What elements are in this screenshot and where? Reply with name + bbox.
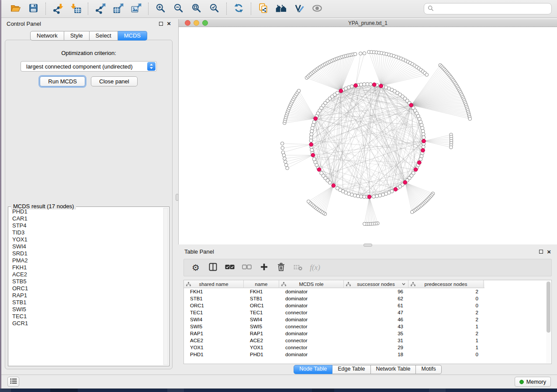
column-header-successor-nodes[interactable]: successor nodes	[344, 280, 408, 288]
mcds-result-item[interactable]: SWI4	[9, 243, 163, 250]
zoom-in-button[interactable]	[152, 1, 170, 16]
table-cell: 1	[408, 345, 484, 350]
open-file-button[interactable]	[7, 1, 24, 16]
zoom-out-button[interactable]	[170, 1, 187, 16]
tab-select[interactable]: Select	[90, 31, 118, 41]
tab-node-table[interactable]: Node Table	[294, 365, 332, 374]
table-row[interactable]: PHD1PHD1dominator180	[184, 351, 551, 358]
table-row[interactable]: ORC1ORC1dominator610	[184, 302, 551, 309]
table-cell: connector	[279, 310, 344, 315]
desktop-wallpaper	[0, 389, 557, 392]
mcds-result-item[interactable]: STB5	[9, 278, 163, 285]
table-cell: FKH1	[244, 289, 279, 294]
visual-styles-button[interactable]	[290, 1, 308, 16]
memory-button[interactable]: Memory	[515, 377, 551, 387]
close-panel-button[interactable]: Close panel	[91, 76, 138, 86]
mcds-result-item[interactable]: PMA2	[9, 257, 163, 264]
zoom-fit-button[interactable]	[187, 1, 205, 16]
import-table-button[interactable]	[67, 1, 85, 16]
table-row[interactable]: TEC1TEC1connector472	[184, 309, 551, 316]
mcds-result-item[interactable]: CAR1	[9, 215, 163, 222]
task-history-button[interactable]	[7, 377, 19, 387]
search-box[interactable]	[424, 3, 552, 14]
mcds-result-item[interactable]: STP4	[9, 222, 163, 229]
import-table-icon	[70, 3, 82, 15]
import-network-icon	[52, 3, 64, 15]
table-row[interactable]: YOX1YOX1connector291	[184, 344, 551, 351]
mcds-result-item[interactable]: TID3	[9, 229, 163, 236]
mcds-result-item[interactable]: SWI5	[9, 306, 163, 313]
table-scrollbar[interactable]	[546, 281, 551, 363]
table-settings-button[interactable]: ⚙	[189, 261, 202, 274]
table-row[interactable]: SWI4SWI4dominator462	[184, 316, 551, 323]
deselect-all-button[interactable]	[240, 261, 253, 274]
tab-edge-table[interactable]: Edge Table	[332, 365, 370, 374]
export-table-button[interactable]	[109, 1, 127, 16]
tab-motifs[interactable]: Motifs	[416, 365, 441, 374]
select-all-button[interactable]	[223, 261, 236, 274]
horizontal-splitter-handle[interactable]	[363, 244, 372, 247]
table-cell: 96	[344, 289, 408, 294]
column-header-predecessor-nodes[interactable]: predecessor nodes	[408, 280, 484, 288]
mcds-result-scrollbar[interactable]	[163, 208, 168, 365]
first-neighbors-button[interactable]	[272, 1, 290, 16]
table-cell: STB1	[184, 296, 244, 301]
show-graphics-details-button[interactable]	[308, 1, 326, 16]
tab-style[interactable]: Style	[64, 31, 90, 41]
node-table-header: shared namenameMCDS rolesuccessor nodesp…	[184, 280, 484, 288]
export-image-button[interactable]	[127, 1, 145, 16]
delete-column-button[interactable]	[274, 261, 287, 274]
table-cell: 31	[344, 338, 408, 343]
mcds-result-item[interactable]: STB1	[9, 299, 163, 306]
table-cell: 2	[408, 331, 484, 336]
column-header-name[interactable]: name	[244, 280, 279, 288]
search-input[interactable]	[436, 6, 548, 12]
float-table-panel-icon[interactable]	[539, 250, 543, 254]
column-header-shared-name[interactable]: shared name	[184, 280, 244, 288]
control-panel-body: NetworkStyleSelectMCDS Optimization crit…	[5, 40, 173, 369]
table-cell: SWI5	[244, 324, 279, 329]
clone-network-button[interactable]	[254, 1, 272, 16]
table-row[interactable]: RAP1RAP1dominator352	[184, 330, 551, 337]
zoom-selected-button[interactable]	[205, 1, 223, 16]
table-row[interactable]: SWI5SWI5connector431	[184, 323, 551, 330]
mcds-result-item[interactable]: FKH1	[9, 264, 163, 271]
table-scrollbar-thumb[interactable]	[547, 282, 550, 333]
show-columns-button[interactable]	[206, 261, 219, 274]
table-cell: ORC1	[184, 303, 244, 308]
import-network-button[interactable]	[49, 1, 67, 16]
tab-network-table[interactable]: Network Table	[371, 365, 416, 374]
export-network-button[interactable]	[91, 1, 109, 16]
run-mcds-button[interactable]: Run MCDS	[40, 76, 85, 86]
column-header-MCDS-role[interactable]: MCDS role	[279, 280, 344, 288]
table-row[interactable]: ACE2ACE2connector311	[184, 337, 551, 344]
float-panel-icon[interactable]	[159, 22, 163, 26]
vertical-splitter-handle[interactable]	[176, 194, 179, 201]
table-row[interactable]: STB1STB1dominator620	[184, 295, 551, 302]
mcds-result-item[interactable]: PHD1	[9, 208, 163, 215]
table-cell: dominator	[279, 296, 344, 301]
zoom-in-icon	[155, 3, 166, 15]
optimization-criterion-select[interactable]: largest connected component (undirected)	[21, 61, 157, 72]
add-column-button[interactable]	[257, 261, 270, 274]
network-canvas[interactable]	[179, 27, 557, 244]
close-panel-icon[interactable]: ×	[167, 21, 171, 26]
function-builder-button: f(x)	[308, 261, 322, 274]
table-row[interactable]: FKH1FKH1dominator962	[184, 288, 551, 295]
apply-layout-button[interactable]	[230, 1, 248, 16]
tab-mcds[interactable]: MCDS	[118, 31, 147, 41]
mcds-result-item[interactable]: SRD1	[9, 250, 163, 257]
mcds-result-item[interactable]: TEC1	[9, 313, 163, 320]
mcds-result-item[interactable]: ACE2	[9, 271, 163, 278]
mcds-result-item[interactable]: YOX1	[9, 236, 163, 243]
save-session-button[interactable]	[24, 1, 42, 16]
mcds-result-item[interactable]: ORC1	[9, 285, 163, 292]
table-cell: connector	[279, 338, 344, 343]
tab-network[interactable]: Network	[30, 31, 64, 41]
horizontal-splitter[interactable]	[178, 244, 557, 246]
mcds-result-item[interactable]: RAP1	[9, 292, 163, 299]
table-panel-title: Table Panel	[184, 248, 214, 255]
mcds-result-item[interactable]: GCR1	[9, 320, 163, 327]
vertical-splitter[interactable]	[176, 18, 178, 375]
close-table-panel-icon[interactable]: ×	[547, 250, 551, 254]
